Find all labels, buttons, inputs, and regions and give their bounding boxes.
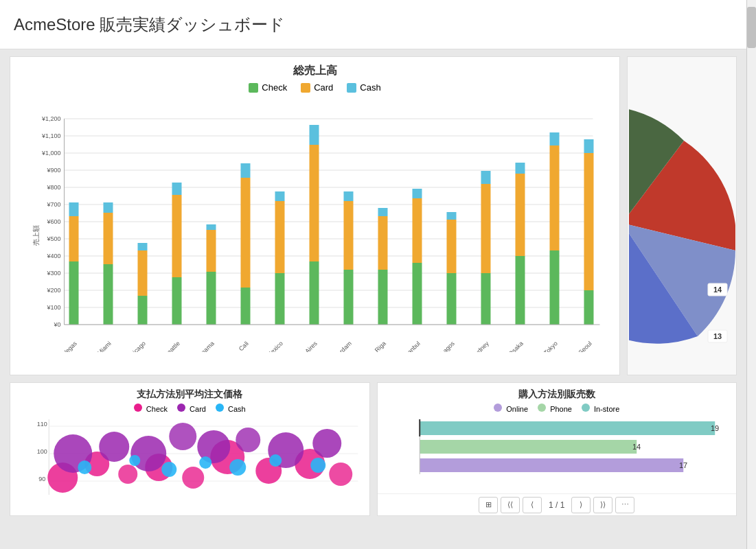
scrollbar[interactable] (746, 0, 756, 549)
svg-text:¥900: ¥900 (46, 167, 60, 174)
next-page-btn[interactable]: ⟩ (571, 497, 591, 513)
svg-text:¥300: ¥300 (46, 270, 60, 277)
svg-rect-31 (104, 264, 113, 325)
online-label: Online (506, 405, 528, 413)
svg-text:Istanbul: Istanbul (402, 340, 422, 352)
prev-page-btn[interactable]: ⟨ (523, 497, 542, 513)
more-btn[interactable]: ⋯ (615, 497, 634, 513)
svg-rect-40 (172, 195, 182, 277)
svg-text:Cali: Cali (238, 340, 250, 352)
top-row: 総売上高 Check Card Cash (10, 56, 737, 375)
legend-card: Card (301, 82, 333, 93)
svg-rect-67 (413, 263, 422, 325)
svg-text:¥500: ¥500 (46, 235, 60, 242)
svg-rect-41 (172, 183, 182, 195)
svg-rect-44 (207, 230, 216, 272)
bar-mexico: Mexico (266, 191, 285, 352)
legend-cash-label: Cash (360, 82, 380, 93)
legend-cash: Cash (347, 82, 380, 93)
bar-osaka: Osaka (507, 163, 525, 352)
svg-text:¥800: ¥800 (46, 184, 60, 191)
bar-seoul: Seoul (577, 139, 594, 352)
legend-check-label: Check (262, 82, 287, 93)
hbar-instore (420, 421, 715, 435)
online-dot (494, 404, 502, 412)
svg-text:Miami: Miami (96, 340, 113, 352)
svg-rect-49 (241, 163, 251, 178)
svg-text:Mexico: Mexico (266, 340, 284, 352)
bubble-card-4 (169, 423, 196, 450)
svg-text:¥600: ¥600 (46, 218, 60, 225)
svg-rect-43 (207, 272, 216, 325)
page-info: 1 / 1 (545, 500, 569, 510)
cash-icon (347, 83, 356, 93)
svg-text:Buenos Aires: Buenos Aires (288, 340, 319, 352)
main-content: 総売上高 Check Card Cash (0, 49, 746, 523)
bc2-legend-phone: Phone (538, 404, 572, 413)
bc2-legend-instore: In-store (582, 404, 619, 413)
bubble-chart-card: 支払方法別平均注文価格 Check Card Cash 110 (10, 382, 370, 516)
bubble-chart-title: 支払方法別平均注文価格 (19, 388, 361, 401)
bar-chart-legend: Check Card Cash (21, 82, 608, 93)
hbar-online (420, 458, 683, 472)
header: AcmeStore 販売実績ダッシュボード (0, 0, 756, 49)
bar-chart-svg: ¥0 ¥100 ¥200 ¥300 ¥400 ¥500 ¥600 ¥700 ¥8… (21, 98, 608, 352)
page-title: AcmeStore 販売実績ダッシュボード (14, 14, 285, 36)
bubble-check-label: Check (146, 405, 168, 413)
bar-miami: Miami (96, 202, 113, 352)
svg-text:100: 100 (37, 448, 47, 455)
bubble-cash-4 (199, 456, 211, 469)
svg-rect-72 (447, 220, 457, 273)
bubble-cash-1 (78, 460, 91, 474)
svg-text:売上額: 売上額 (32, 225, 40, 246)
svg-text:¥0: ¥0 (53, 321, 60, 328)
svg-text:Las Vegas: Las Vegas (53, 340, 78, 352)
svg-text:110: 110 (37, 421, 47, 428)
bar-chart-card: 総売上高 Check Card Cash (10, 56, 620, 375)
bar-chart2-title: 購入方法別販売数 (386, 388, 729, 401)
bubble-chart-svg: 110 100 90 (19, 416, 361, 498)
bar-chart2-card: 購入方法別販売数 Online Phone In-store (377, 382, 737, 516)
bubble-check-5 (182, 467, 204, 489)
scrollbar-thumb[interactable] (747, 7, 756, 48)
hbar-online-val: 17 (679, 461, 687, 469)
svg-text:90: 90 (38, 476, 45, 482)
svg-rect-39 (172, 277, 182, 325)
svg-text:Seoul: Seoul (577, 340, 593, 352)
svg-rect-77 (481, 171, 491, 184)
svg-rect-88 (584, 153, 594, 290)
svg-rect-45 (207, 224, 216, 230)
bar-panama: Panama (194, 224, 216, 352)
svg-text:Tokyo: Tokyo (542, 340, 559, 352)
bubble-legend-card: Card (177, 404, 206, 413)
last-page-btn[interactable]: ⟩⟩ (593, 497, 612, 513)
phone-dot (538, 404, 546, 412)
instore-dot (582, 404, 590, 412)
expand-btn[interactable]: ⊞ (479, 497, 498, 513)
bar-chart-svg-container: ¥0 ¥100 ¥200 ¥300 ¥400 ¥500 ¥600 ¥700 ¥8… (21, 98, 608, 352)
bubble-cash-2 (129, 455, 140, 466)
hbar-instore-val: 19 (711, 424, 719, 432)
svg-rect-75 (481, 273, 491, 325)
svg-rect-68 (413, 198, 422, 263)
svg-rect-87 (584, 290, 594, 325)
svg-text:¥1,100: ¥1,100 (41, 132, 61, 139)
phone-label: Phone (550, 405, 572, 413)
svg-rect-56 (310, 145, 319, 261)
card-icon (301, 83, 310, 93)
bubble-card-dot (177, 404, 185, 412)
svg-rect-27 (69, 261, 79, 325)
bubble-legend-check: Check (134, 404, 168, 413)
svg-text:Chicago: Chicago (126, 340, 146, 352)
badge-14: 14 (713, 285, 722, 294)
svg-text:Amsterdam: Amsterdam (325, 340, 353, 352)
svg-text:Seattle: Seattle (163, 340, 181, 352)
svg-rect-59 (344, 270, 354, 325)
bubble-cash-label: Cash (228, 405, 246, 413)
svg-rect-47 (241, 288, 251, 325)
svg-rect-85 (550, 132, 560, 145)
bubble-card-3 (130, 436, 166, 471)
first-page-btn[interactable]: ⟨⟨ (501, 497, 520, 513)
svg-rect-36 (138, 250, 148, 296)
bar-amsterdam: Amsterdam (325, 191, 353, 352)
